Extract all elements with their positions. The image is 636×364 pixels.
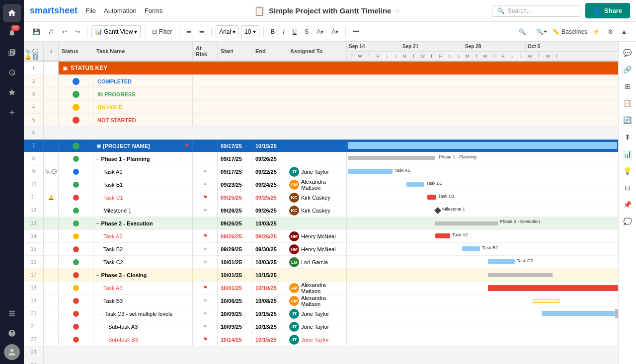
redo-button[interactable]: ↪ xyxy=(72,25,83,39)
topbar: smartsheet File Automation Forms 📋 Simpl… xyxy=(24,0,636,22)
day-M2: M xyxy=(463,52,472,61)
indent-button[interactable]: ⬅ xyxy=(183,25,194,39)
sidebar-apps[interactable] xyxy=(3,304,21,322)
gantt-16: Task C2 xyxy=(347,256,618,268)
end-13: 10/03/25 xyxy=(252,217,287,229)
size-dropdown[interactable]: 10 ▾ xyxy=(241,25,259,38)
expand-8[interactable]: – xyxy=(96,156,99,161)
rp-refresh-icon[interactable]: 🔄 xyxy=(621,113,635,127)
zoom-in-button[interactable]: 🔍+ xyxy=(533,25,550,39)
sidebar-help[interactable] xyxy=(3,324,21,342)
rp-bulb-icon[interactable]: 💡 xyxy=(621,164,635,178)
dot-onhold xyxy=(73,104,80,111)
status-14 xyxy=(59,230,93,242)
undo-button[interactable]: ↩ xyxy=(59,25,70,39)
sidebar-home[interactable] xyxy=(3,4,21,22)
rp-pin-icon[interactable]: 📌 xyxy=(621,198,635,212)
search-box[interactable]: 🔍 Search... xyxy=(492,5,581,17)
zoom-out-button[interactable]: 🔍- xyxy=(516,25,531,39)
flag-11: ⚑ xyxy=(203,194,208,201)
dot-11 xyxy=(73,195,79,201)
sheet-title-area: 📋 Simple Project with Gantt Timeline ☆ xyxy=(171,5,484,16)
underline-button[interactable]: U xyxy=(290,25,300,39)
sidebar-favorites[interactable] xyxy=(3,83,21,101)
start-13: 09/26/25 xyxy=(218,217,252,229)
row-4: 4 ON HOLD xyxy=(24,101,618,114)
status-19 xyxy=(59,294,93,307)
rp-balloon-icon[interactable]: 💭 xyxy=(621,215,635,228)
expand-7[interactable]: ▣ xyxy=(96,143,101,148)
gantt-label-14: Task A2 xyxy=(452,232,468,237)
task-2: COMPLETED xyxy=(93,75,193,87)
expand-20[interactable]: – xyxy=(100,311,103,316)
icons-7 xyxy=(44,140,59,152)
italic-button[interactable]: I xyxy=(280,25,287,39)
expand-17[interactable]: – xyxy=(96,272,99,278)
collapse-button[interactable]: ▲ xyxy=(618,25,630,39)
row-15: 15 Task B2 ⚑ 09/29/25 xyxy=(24,243,618,256)
nav-forms[interactable]: Forms xyxy=(145,5,163,16)
dot-13 xyxy=(73,220,79,226)
fillcolor-button[interactable]: A▾ xyxy=(328,25,341,39)
rp-upload-icon[interactable]: ⬆ xyxy=(621,130,635,144)
sidebar-user-avatar[interactable] xyxy=(4,344,20,360)
nav-automation[interactable]: Automation xyxy=(104,5,137,16)
textcolor-button[interactable]: A▾ xyxy=(314,25,326,39)
rn-19: 19 xyxy=(24,294,44,307)
atrisk-8 xyxy=(193,152,218,165)
sidebar-add[interactable] xyxy=(3,103,21,121)
icons-5 xyxy=(44,114,59,126)
empty-23 xyxy=(44,346,618,359)
status-key-content: ▣ STATUS KEY xyxy=(59,62,618,74)
gantt-20 xyxy=(347,307,618,320)
sidebar-notifications[interactable]: 29 xyxy=(3,24,21,42)
assigned-15-name: Henry McNeal xyxy=(301,246,336,252)
save-button[interactable]: 💾 xyxy=(30,25,43,39)
sidebar-recent[interactable] xyxy=(3,64,21,81)
rn-1: 1 xyxy=(24,62,44,74)
subtaskb3-label: Sub-task B3 xyxy=(108,337,138,343)
taska3-label: Task A3 xyxy=(103,285,123,291)
rp-chart-icon[interactable]: 📊 xyxy=(621,147,635,161)
filter-button[interactable]: ⊟ Filter xyxy=(149,25,175,39)
comment-9: 💬 xyxy=(51,169,57,174)
outdent-button[interactable]: ➡ xyxy=(196,25,207,39)
font-dropdown[interactable]: Arial ▾ xyxy=(216,25,239,38)
font-label: Arial xyxy=(219,28,231,35)
nav-file[interactable]: File xyxy=(85,5,96,16)
view-dropdown[interactable]: 📊 Gantt View ▾ xyxy=(91,25,141,38)
bold-button[interactable]: B xyxy=(268,25,278,39)
print-button[interactable]: 🖨 xyxy=(45,25,57,39)
avatar-22: JT xyxy=(289,335,299,345)
icons-18 xyxy=(44,282,59,294)
end-15: 09/30/25 xyxy=(252,243,287,255)
rn-22: 22 xyxy=(24,333,44,346)
sidebar-browse[interactable] xyxy=(3,44,21,62)
critical-path-button[interactable]: ⚡ xyxy=(589,25,603,39)
atrisk-header: At Risk xyxy=(193,42,218,61)
more-button[interactable]: ••• xyxy=(350,25,362,39)
rp-chat-icon[interactable]: 💬 xyxy=(621,46,635,60)
rp-grid-icon[interactable]: ⊞ xyxy=(621,79,635,93)
rp-link-icon[interactable]: 🔗 xyxy=(621,63,635,76)
info-icon: ℹ xyxy=(50,49,52,54)
strikethrough-button[interactable]: S xyxy=(302,25,312,39)
start-9: 09/17/25 xyxy=(218,165,252,178)
favorite-icon[interactable]: ☆ xyxy=(395,7,400,14)
expand-13[interactable]: – xyxy=(96,220,99,226)
rn-23: 23 xyxy=(24,346,44,359)
share-button[interactable]: 👤 Share xyxy=(585,3,630,18)
start-21-val: 10/09/25 xyxy=(221,324,242,330)
dot-21 xyxy=(73,324,79,330)
rp-tableview-icon[interactable]: ⊟ xyxy=(621,181,635,195)
baselines-button[interactable]: 📏 Baselines xyxy=(552,28,587,35)
task-7: ▣ [PROJECT NAME] ⚑ xyxy=(93,140,193,152)
assigned-21: JT June Taylor xyxy=(287,320,347,333)
row-19: 19 Task B3 ⚑ 10/06/25 xyxy=(24,294,618,307)
day-W1: W xyxy=(356,52,365,61)
rest-3 xyxy=(193,88,618,100)
icons-17 xyxy=(44,269,59,281)
gantt-bar-15 xyxy=(462,246,480,251)
settings-button[interactable]: ⚙ xyxy=(605,25,616,39)
rp-form-icon[interactable]: 📋 xyxy=(621,96,635,110)
